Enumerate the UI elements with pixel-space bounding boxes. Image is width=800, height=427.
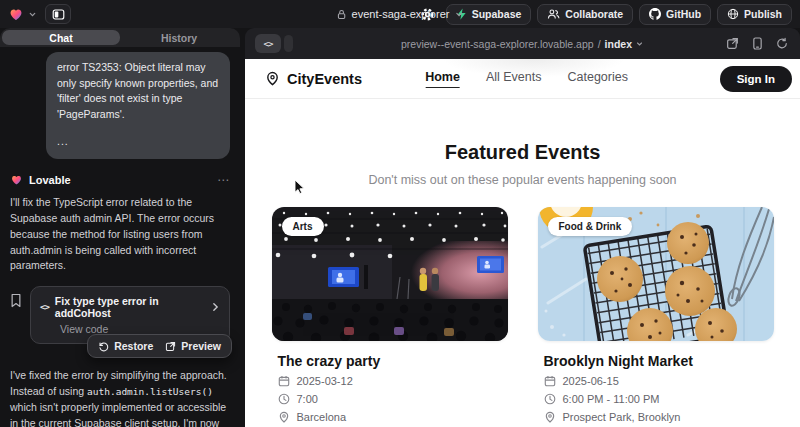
calendar-icon — [544, 375, 556, 387]
calendar-icon — [278, 375, 290, 387]
code-icon: <> — [264, 39, 273, 49]
site-nav: Home All Events Categories — [425, 70, 628, 88]
people-icon — [547, 8, 560, 20]
user-message-truncation: ... — [57, 134, 219, 150]
nav-categories[interactable]: Categories — [567, 70, 627, 88]
project-name: event-saga-explorer — [352, 8, 450, 20]
user-message-text: error TS2353: Object literal may only sp… — [57, 60, 219, 122]
code-edit-title: Fix type type error in addCoHost — [55, 295, 205, 319]
code-icon: <> — [40, 302, 49, 312]
event-card[interactable]: Arts — [272, 207, 508, 423]
globe-icon — [727, 8, 739, 20]
location-pin-icon — [265, 71, 280, 86]
featured-events-grid: Arts — [245, 207, 800, 423]
user-message-bubble: error TS2353: Object literal may only sp… — [46, 52, 230, 159]
preview-url[interactable]: preview--event-saga-explorer.lovable.app… — [401, 38, 644, 50]
event-date-row: 2025-03-12 — [278, 375, 508, 387]
sidebar-toggle-button[interactable] — [45, 4, 71, 24]
chat-message-list: error TS2353: Object literal may only sp… — [0, 47, 240, 427]
inline-code: auth.admin.listUsers() — [87, 386, 213, 397]
nav-all-events[interactable]: All Events — [486, 70, 542, 88]
preview-panel: <> preview--event-saga-explorer.lovable.… — [245, 28, 800, 427]
clock-icon — [544, 393, 556, 405]
event-title: The crazy party — [278, 353, 508, 369]
site-brand[interactable]: CityEvents — [265, 71, 362, 87]
github-button[interactable]: GitHub — [639, 4, 711, 25]
chat-sidebar: Chat History error TS2353: Object litera… — [0, 28, 240, 427]
assistant-paragraph-2: I've fixed the error by simplifying the … — [10, 368, 230, 427]
mobile-view-icon[interactable] — [752, 37, 763, 50]
section-title: Featured Events — [245, 141, 800, 164]
site-header: CityEvents Home All Events Categories Si… — [245, 59, 800, 99]
event-title: Brooklyn Night Market — [544, 353, 774, 369]
refresh-icon[interactable] — [776, 37, 788, 50]
chat-history-tabs: Chat History — [0, 28, 240, 47]
category-badge: Food & Drink — [548, 217, 633, 236]
bookmark-icon[interactable] — [10, 286, 22, 344]
panel-icon — [52, 8, 65, 21]
restore-icon — [98, 341, 109, 352]
app-topbar: event-saga-explorer Supabase — [0, 0, 800, 28]
tab-history[interactable]: History — [120, 30, 238, 45]
project-switcher[interactable]: event-saga-explorer — [337, 8, 464, 20]
nav-home[interactable]: Home — [425, 70, 460, 88]
panel-resize-handle[interactable] — [284, 35, 293, 52]
event-date-row: 2025-06-15 — [544, 375, 774, 387]
lovable-heart-icon — [10, 173, 23, 186]
preview-button[interactable]: Preview — [165, 340, 221, 352]
restore-button[interactable]: Restore — [98, 340, 153, 352]
chevron-down-icon — [454, 10, 463, 19]
event-card[interactable]: Food & Drink — [538, 207, 774, 423]
preview-page: CityEvents Home All Events Categories Si… — [245, 59, 800, 427]
external-link-icon — [165, 341, 176, 352]
chevron-down-icon — [636, 40, 644, 48]
location-pin-icon — [544, 411, 556, 423]
category-badge: Arts — [282, 217, 324, 236]
event-location-row: Prospect Park, Brooklyn — [544, 411, 774, 423]
code-view-toggle[interactable]: <> — [255, 34, 281, 53]
preview-browser-bar: <> preview--event-saga-explorer.lovable.… — [245, 28, 800, 59]
event-location-row: Barcelona — [278, 411, 508, 423]
collaborate-button[interactable]: Collaborate — [537, 4, 633, 25]
lovable-heart-icon — [8, 6, 24, 22]
tab-chat[interactable]: Chat — [2, 30, 120, 45]
chevron-right-icon — [211, 302, 220, 312]
github-icon — [649, 8, 661, 20]
assistant-paragraph: I'll fix the TypeScript error related to… — [10, 195, 230, 275]
assistant-name: Lovable — [29, 174, 71, 186]
event-time-row: 6:00 PM - 11:00 PM — [544, 393, 774, 405]
assistant-message-header: Lovable ⋯ — [10, 173, 230, 187]
chevron-down-icon — [28, 10, 37, 19]
message-menu-button[interactable]: ⋯ — [217, 173, 230, 187]
clock-icon — [278, 393, 290, 405]
section-subtitle: Don't miss out on these popular events h… — [245, 173, 800, 187]
event-time-row: 7:00 — [278, 393, 508, 405]
sign-in-button[interactable]: Sign In — [720, 66, 792, 92]
lock-icon — [337, 9, 347, 20]
publish-button[interactable]: Publish — [717, 4, 792, 25]
location-pin-icon — [278, 411, 290, 423]
code-edit-row: <> Fix type type error in addCoHost View… — [10, 286, 230, 344]
open-in-new-tab-icon[interactable] — [726, 37, 739, 50]
version-actions-toolbar: Restore Preview — [87, 334, 232, 358]
lovable-logo-menu[interactable] — [8, 6, 37, 22]
